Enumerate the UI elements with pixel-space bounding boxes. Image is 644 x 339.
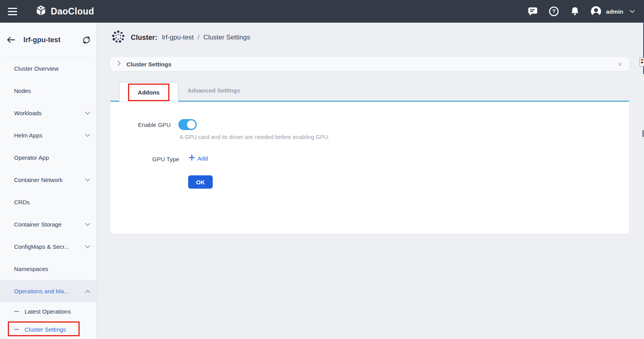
floating-widget-tab[interactable] [639,57,644,66]
sidebar-subitem-cluster-settings[interactable]: Cluster Settings [0,320,96,338]
sidebar-item-namespaces[interactable]: Namespaces [0,258,96,280]
bell-icon[interactable] [567,4,583,19]
page-header: Cluster: lrf-gpu-test / Cluster Settings [111,29,250,46]
sidebar-item-nodes[interactable]: Nodes [0,80,96,102]
addons-form-card: Enable GPU A GPU card and its driver are… [110,102,629,234]
cluster-settings-panel-header[interactable]: Cluster Settings × [110,57,629,71]
sidebar-item-configmaps-secrets[interactable]: ConfigMaps & Secr... [0,236,96,258]
sidebar-item-cluster-overview[interactable]: Cluster Overview [0,57,96,80]
sidebar-item-workloads[interactable]: Workloads [0,102,96,124]
enable-gpu-label: Enable GPU [110,121,171,128]
tab-bar: Addons Advanced Settings [110,80,629,102]
scrollbar-thumb[interactable] [642,130,644,137]
sidebar-cluster-name: lrf-gpu-test [23,36,60,44]
breadcrumb-page: Cluster Settings [203,34,250,41]
sidebar-item-container-storage[interactable]: Container Storage [0,213,96,236]
annotation-box-addons: Addons [128,84,169,101]
ok-button[interactable]: OK [188,175,213,189]
sidebar-item-helm-apps[interactable]: Helm Apps [0,124,96,146]
sidebar-item-container-network[interactable]: Container Network [0,169,96,191]
add-link-label: Add [197,155,208,162]
panel-title: Cluster Settings [126,61,171,68]
toggle-knob [187,120,196,129]
chat-icon[interactable] [525,4,541,19]
switch-cluster-icon[interactable] [82,36,91,45]
plus-icon [189,155,195,162]
sidebar: lrf-gpu-test Cluster Overview Nodes Work… [0,23,96,339]
breadcrumb-cluster-name[interactable]: lrf-gpu-test [162,34,194,41]
chevron-down-icon [85,112,90,115]
breadcrumb-label: Cluster: [131,34,157,42]
daocloud-cube-icon [35,5,47,18]
enable-gpu-help-text: A GPU card and its driver are needed bef… [180,134,329,140]
brand-logo[interactable]: DaoCloud [35,5,94,18]
brand-name: DaoCloud [51,6,94,17]
chevron-down-icon [85,245,90,248]
tab-advanced-settings[interactable]: Advanced Settings [178,80,249,101]
gpu-type-label: GPU Type [110,156,179,162]
sidebar-item-crds[interactable]: CRDs [0,191,96,213]
topbar: DaoCloud ? [0,0,644,23]
tab-addons-label: Addons [138,89,160,96]
back-arrow-icon[interactable] [6,36,16,43]
tab-addons[interactable]: Addons [119,82,178,102]
chevron-down-icon[interactable] [630,10,635,13]
help-icon[interactable]: ? [546,4,562,19]
user-avatar-icon[interactable] [588,4,604,19]
svg-text:?: ? [552,8,556,14]
dash-icon [14,311,19,312]
gpu-type-add-link[interactable]: Add [189,155,208,162]
sidebar-nav: Cluster Overview Nodes Workloads Helm Ap… [0,57,96,338]
enable-gpu-toggle[interactable] [178,119,197,130]
chevron-right-icon [117,61,121,68]
user-name[interactable]: admin [606,8,623,15]
sidebar-item-operator-app[interactable]: Operator App [0,146,96,169]
breadcrumb-separator: / [197,34,199,41]
close-icon[interactable]: × [618,61,622,68]
cluster-dots-icon [111,30,125,45]
menu-icon[interactable] [8,5,21,18]
chevron-down-icon [85,134,90,137]
chevron-down-icon [85,178,90,182]
sidebar-subitem-latest-operations[interactable]: Latest Operations [0,302,96,320]
main-content: Cluster: lrf-gpu-test / Cluster Settings… [96,23,644,339]
chevron-down-icon [85,223,90,226]
dash-icon [14,329,19,330]
chevron-up-icon [85,290,90,293]
sidebar-item-operations-and-maintenance[interactable]: Operations and Ma... [0,280,96,302]
